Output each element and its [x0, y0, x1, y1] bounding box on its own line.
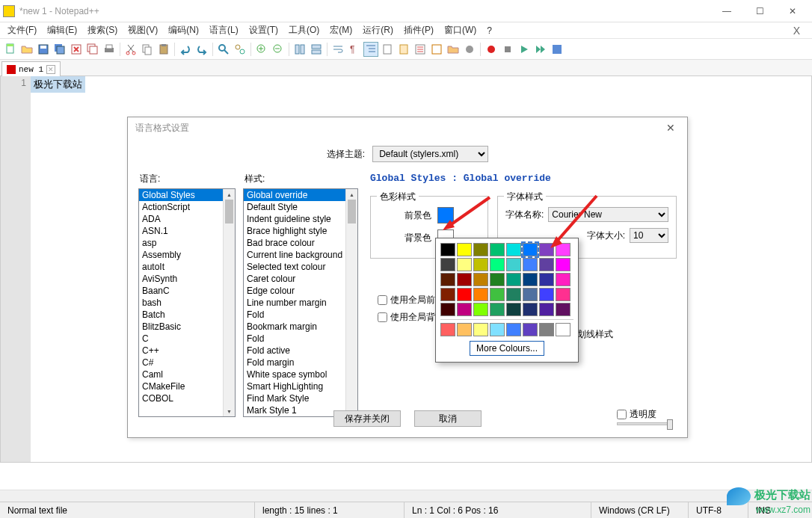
language-item[interactable]: Global Styles — [139, 189, 223, 201]
language-item[interactable]: COBOL — [139, 392, 223, 404]
language-item[interactable]: BlitzBasic — [139, 321, 223, 333]
language-item[interactable]: Assembly — [139, 249, 223, 261]
style-item[interactable]: Default Style — [244, 201, 345, 213]
minimize-button[interactable]: — — [710, 0, 743, 22]
new-file-icon[interactable] — [3, 42, 18, 57]
palette-cell[interactable] — [473, 303, 488, 316]
palette-cell[interactable] — [490, 303, 505, 316]
sync-h-icon[interactable] — [309, 42, 324, 57]
menu-search[interactable]: 搜索(S) — [83, 22, 122, 38]
palette-cell[interactable] — [490, 273, 505, 286]
zoom-in-icon[interactable] — [254, 42, 269, 57]
cut-icon[interactable] — [123, 42, 138, 57]
palette-cell[interactable] — [539, 258, 554, 271]
save-macro-icon[interactable] — [550, 42, 565, 57]
style-item[interactable]: Global override — [244, 189, 345, 201]
language-item[interactable]: AviSynth — [139, 273, 223, 285]
tab-new1[interactable]: new 1 ✕ — [1, 61, 61, 76]
palette-cell[interactable] — [440, 303, 455, 316]
style-item[interactable]: Brace highlight style — [244, 225, 345, 237]
transparency-slider[interactable] — [617, 422, 671, 425]
close-button[interactable]: ✕ — [776, 0, 809, 22]
func-list-icon[interactable] — [429, 42, 444, 57]
menu-edit[interactable]: 编辑(E) — [43, 22, 81, 38]
close-file-icon[interactable] — [69, 42, 84, 57]
style-item[interactable]: White space symbol — [244, 369, 345, 380]
palette-cell[interactable] — [473, 273, 488, 286]
theme-select[interactable]: Default (stylers.xml) — [372, 146, 488, 162]
save-close-button[interactable]: 保存并关闭 — [333, 410, 401, 427]
language-item[interactable]: BaanC — [139, 285, 223, 297]
more-colours-button[interactable]: More Colours... — [470, 341, 544, 356]
menu-help[interactable]: ? — [482, 24, 496, 37]
palette-cell[interactable] — [440, 243, 455, 256]
palette-cell[interactable] — [457, 303, 472, 316]
language-listbox[interactable]: Global StylesActionScriptADAASN.1aspAsse… — [138, 188, 236, 417]
style-item[interactable]: Bad brace colour — [244, 237, 345, 249]
print-icon[interactable] — [102, 42, 117, 57]
folder-icon[interactable] — [446, 42, 461, 57]
dialog-close-button[interactable]: ✕ — [662, 120, 680, 135]
paste-icon[interactable] — [156, 42, 171, 57]
help-x-icon[interactable]: X — [784, 25, 809, 37]
style-listbox[interactable]: Global overrideDefault StyleIndent guide… — [243, 188, 358, 417]
language-item[interactable]: C++ — [139, 345, 223, 357]
style-item[interactable]: Bookmark margin — [244, 321, 345, 333]
palette-cell[interactable] — [523, 288, 538, 301]
palette-cell[interactable] — [506, 288, 521, 301]
palette-cell[interactable] — [457, 288, 472, 301]
copy-icon[interactable] — [140, 42, 155, 57]
show-all-chars-icon[interactable]: ¶ — [347, 42, 362, 57]
palette-cell[interactable] — [556, 288, 570, 301]
menu-file[interactable]: 文件(F) — [3, 22, 41, 38]
palette-cell[interactable] — [506, 243, 521, 256]
save-icon[interactable] — [36, 42, 51, 57]
palette-cell[interactable] — [539, 273, 554, 286]
language-item[interactable]: ActionScript — [139, 201, 223, 213]
palette-cell[interactable] — [440, 258, 455, 271]
use-global-fg-checkbox[interactable] — [378, 295, 387, 305]
indent-guide-icon[interactable] — [363, 42, 378, 57]
palette-cell[interactable] — [490, 243, 505, 256]
palette-cell[interactable] — [490, 288, 505, 301]
palette-cell[interactable] — [457, 323, 472, 336]
palette-cell[interactable] — [457, 258, 472, 271]
scrollbar[interactable]: ▲▼ — [223, 189, 235, 416]
menu-window[interactable]: 窗口(W) — [440, 22, 481, 38]
close-all-icon[interactable] — [85, 42, 100, 57]
style-item[interactable]: Find Mark Style — [244, 392, 345, 404]
language-item[interactable]: Batch — [139, 309, 223, 321]
palette-cell[interactable] — [556, 323, 570, 336]
monitoring-icon[interactable] — [462, 42, 477, 57]
palette-cell[interactable] — [490, 258, 505, 271]
lang-doc-icon[interactable] — [380, 42, 395, 57]
palette-cell[interactable] — [506, 303, 521, 316]
palette-cell[interactable] — [556, 303, 570, 316]
palette-cell[interactable] — [506, 273, 521, 286]
style-item[interactable]: Fold active — [244, 345, 345, 357]
palette-cell[interactable] — [473, 258, 488, 271]
redo-icon[interactable] — [194, 42, 209, 57]
language-item[interactable]: ASN.1 — [139, 225, 223, 237]
style-item[interactable]: Fold — [244, 309, 345, 321]
style-item[interactable]: Fold — [244, 333, 345, 345]
language-item[interactable]: asp — [139, 237, 223, 249]
horizontal-scrollbar[interactable] — [0, 490, 812, 502]
play-icon[interactable] — [517, 42, 532, 57]
palette-cell[interactable] — [523, 273, 538, 286]
palette-cell[interactable] — [440, 323, 455, 336]
palette-cell[interactable] — [523, 323, 538, 336]
palette-cell[interactable] — [473, 288, 488, 301]
stop-record-icon[interactable] — [500, 42, 515, 57]
menu-run[interactable]: 运行(R) — [358, 22, 398, 38]
palette-cell[interactable] — [506, 323, 521, 336]
palette-cell[interactable] — [556, 273, 570, 286]
scrollbar[interactable]: ▲▼ — [345, 189, 357, 416]
style-item[interactable]: Smart HighLighting — [244, 380, 345, 392]
transparency-checkbox[interactable] — [617, 408, 627, 421]
palette-cell[interactable] — [457, 273, 472, 286]
save-all-icon[interactable] — [52, 42, 67, 57]
palette-cell[interactable] — [473, 323, 488, 336]
font-size-select[interactable]: 10 — [630, 228, 668, 243]
maximize-button[interactable]: ☐ — [743, 0, 776, 22]
